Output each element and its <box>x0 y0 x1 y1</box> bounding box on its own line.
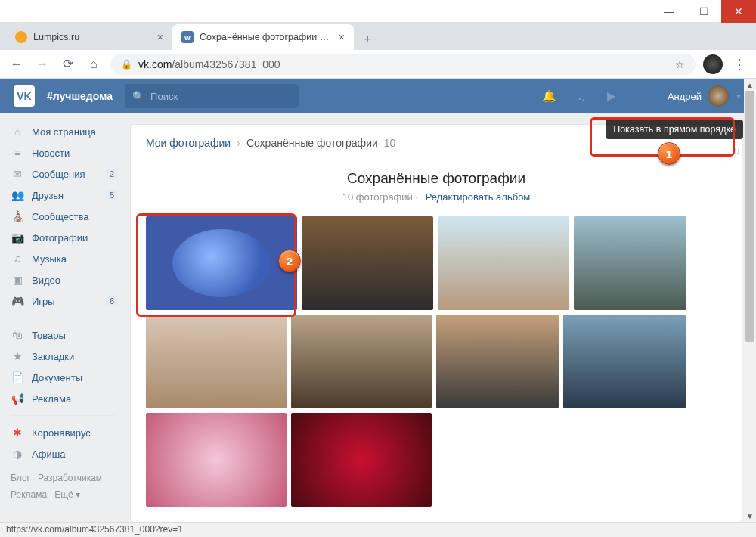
bookmark-star-icon[interactable]: ☆ <box>675 58 685 70</box>
badge: 6 <box>106 296 118 306</box>
photo-grid <box>146 216 727 507</box>
new-tab-button[interactable]: + <box>357 29 378 50</box>
url-path: /album432567381_000 <box>172 58 280 70</box>
photo-thumb[interactable] <box>436 315 559 408</box>
breadcrumb-root[interactable]: Мои фотографии <box>146 137 231 149</box>
sidebar-item-label: Коронавирус <box>32 427 91 439</box>
edit-album-link[interactable]: Редактировать альбом <box>426 191 531 203</box>
window-maximize-button[interactable]: ☐ <box>686 0 721 23</box>
scroll-up-button[interactable]: ▲ <box>744 79 756 91</box>
sidebar-item-events[interactable]: ◑Афиша <box>5 443 122 464</box>
megaphone-icon: 📢 <box>11 393 24 405</box>
vk-hashtag[interactable]: #лучшедома <box>47 90 113 102</box>
badge: 5 <box>106 190 118 200</box>
scroll-down-button[interactable]: ▼ <box>744 510 756 522</box>
nav-reload-button[interactable]: ⟳ <box>59 55 77 73</box>
chevron-down-icon: ▼ <box>735 92 742 101</box>
sidebar-item-label: Афиша <box>32 449 65 460</box>
photo-thumb[interactable] <box>302 216 433 310</box>
status-bar: https://vk.com/album432567381_000?rev=1 <box>0 522 756 537</box>
footer-link-blog[interactable]: Блог <box>11 473 30 483</box>
sidebar-item-documents[interactable]: 📄Документы <box>5 367 122 388</box>
photo-thumb[interactable] <box>291 315 432 408</box>
star-icon: ★ <box>11 350 24 362</box>
sidebar-item-music[interactable]: ♫Музыка <box>5 248 122 269</box>
scroll-track[interactable] <box>744 91 756 510</box>
sidebar-separator <box>11 415 116 416</box>
tab-close-icon[interactable]: × <box>153 31 163 43</box>
sidebar: ⌂Моя страница ≡Новости ✉Сообщения2 👥Друз… <box>0 113 122 522</box>
message-icon: ✉ <box>11 168 24 180</box>
tab-close-icon[interactable]: × <box>334 31 345 43</box>
music-icon[interactable]: ♫ <box>573 90 590 103</box>
sidebar-item-bookmarks[interactable]: ★Закладки <box>5 346 122 367</box>
nav-back-button[interactable]: ← <box>8 55 26 73</box>
sidebar-item-games[interactable]: 🎮Игры6 <box>5 290 122 312</box>
sidebar-item-label: Игры <box>32 296 55 307</box>
window-close-button[interactable]: ✕ <box>721 0 756 23</box>
sidebar-item-video[interactable]: ▣Видео <box>5 269 122 290</box>
sidebar-separator <box>11 318 116 318</box>
sidebar-item-label: Моя страница <box>32 126 96 138</box>
video-play-icon[interactable]: ▶ <box>603 89 621 103</box>
album-count: 10 фотографий <box>342 191 413 203</box>
photo-thumb[interactable] <box>146 413 287 507</box>
scroll-thumb[interactable] <box>745 91 754 342</box>
tab-vk-album[interactable]: w Сохранённые фотографии – 10 × <box>172 24 354 50</box>
market-icon: 🛍 <box>11 329 24 341</box>
breadcrumb-album: Сохранённые фотографии <box>246 137 378 149</box>
url-field[interactable]: 🔒 vk.com/album432567381_000 ☆ <box>110 54 696 75</box>
album-subtitle: 10 фотографий · Редактировать альбом <box>146 191 727 203</box>
sidebar-item-news[interactable]: ≡Новости <box>5 142 122 163</box>
tab-lumpics[interactable]: Lumpics.ru × <box>6 24 172 50</box>
photo-thumb[interactable] <box>563 315 686 408</box>
sort-order-button[interactable]: ↑↓ <box>733 144 739 157</box>
community-icon: ⛪ <box>11 210 24 222</box>
footer-link-ads[interactable]: Реклама <box>11 489 47 500</box>
nav-home-button[interactable]: ⌂ <box>85 55 103 73</box>
photo-thumb[interactable] <box>438 216 569 310</box>
vertical-scrollbar[interactable]: ▲ ▼ <box>744 79 756 522</box>
sidebar-item-label: Товары <box>32 330 66 341</box>
friends-icon: 👥 <box>11 189 24 201</box>
sidebar-item-friends[interactable]: 👥Друзья5 <box>5 185 122 206</box>
sidebar-item-market[interactable]: 🛍Товары <box>5 324 122 346</box>
sidebar-item-label: Видео <box>32 275 60 286</box>
annotation-marker-1: 1 <box>658 142 680 165</box>
photo-thumb[interactable] <box>291 413 432 507</box>
vk-search-input[interactable]: 🔍 Поиск <box>125 84 299 108</box>
profile-avatar[interactable] <box>703 54 723 74</box>
sidebar-item-label: Фотографии <box>32 232 88 244</box>
page-body: ⌂Моя страница ≡Новости ✉Сообщения2 👥Друз… <box>0 113 756 522</box>
vk-logo[interactable]: VK <box>14 85 35 107</box>
sidebar-item-label: Документы <box>32 372 82 383</box>
photo-thumb[interactable] <box>146 216 297 310</box>
browser-menu-button[interactable]: ⋮ <box>730 55 748 73</box>
photo-thumb[interactable] <box>574 216 686 310</box>
window-minimize-button[interactable]: — <box>652 0 686 23</box>
nav-forward-button[interactable]: → <box>33 55 51 73</box>
vk-user-name: Андрей <box>668 91 702 102</box>
sidebar-item-communities[interactable]: ⛪Сообщества <box>5 206 122 227</box>
tab-title: Сохранённые фотографии – 10 <box>200 32 334 42</box>
footer-link-more[interactable]: Ещё ▾ <box>54 489 80 500</box>
sidebar-item-label: Новости <box>32 147 70 159</box>
virus-icon: ✱ <box>11 427 24 439</box>
sidebar-item-ads[interactable]: 📢Реклама <box>5 388 122 409</box>
favicon-vk: w <box>181 31 194 43</box>
sidebar-item-label: Закладки <box>32 351 74 362</box>
main-column: Показать в прямом порядке ↑↓ Мои фотогра… <box>122 113 756 522</box>
vk-user-menu[interactable]: Андрей ▼ <box>668 85 742 107</box>
sidebar-item-label: Реклама <box>32 393 71 405</box>
photo-thumb[interactable] <box>146 315 287 408</box>
news-icon: ≡ <box>11 147 24 159</box>
sidebar-item-photos[interactable]: 📷Фотографии <box>5 227 122 248</box>
sidebar-item-my-page[interactable]: ⌂Моя страница <box>5 121 122 142</box>
search-placeholder: Поиск <box>150 91 178 102</box>
breadcrumb-count: 10 <box>384 137 396 149</box>
sidebar-item-coronavirus[interactable]: ✱Коронавирус <box>5 422 122 443</box>
notifications-icon[interactable]: 🔔 <box>538 89 561 103</box>
sidebar-item-label: Друзья <box>32 190 64 201</box>
sidebar-item-messages[interactable]: ✉Сообщения2 <box>5 163 122 185</box>
footer-link-devs[interactable]: Разработчикам <box>38 473 102 483</box>
